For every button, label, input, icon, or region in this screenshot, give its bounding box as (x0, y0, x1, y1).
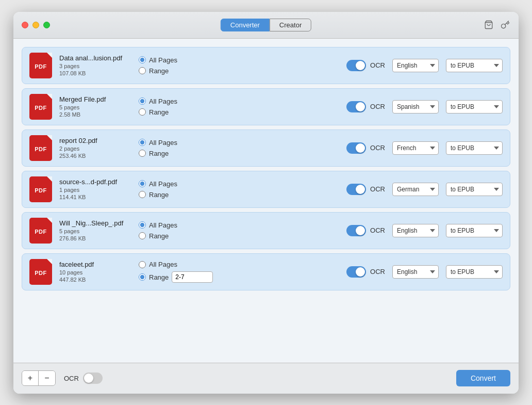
file-info: Merged File.pdf 5 pages 2.58 MB (59, 95, 131, 118)
language-select[interactable]: EnglishSpanishFrenchGermanItalianPortugu… (392, 183, 439, 196)
file-pages: 10 pages (59, 269, 131, 276)
all-pages-label[interactable]: All Pages (139, 56, 201, 64)
all-pages-label[interactable]: All Pages (139, 261, 213, 268)
ocr-toggle[interactable] (346, 101, 366, 112)
language-select[interactable]: EnglishSpanishFrenchGermanItalianPortugu… (392, 141, 439, 155)
format-select[interactable]: to EPUBto MOBIto DOCXto HTMLto TXT (446, 183, 503, 196)
global-ocr-section: OCR (64, 372, 103, 384)
all-pages-text: All Pages (149, 56, 177, 64)
range-radio[interactable] (139, 273, 146, 281)
file-info: Data anal...lusion.pdf 3 pages 107.08 KB (59, 54, 131, 76)
file-pages: 2 pages (59, 145, 131, 152)
file-pages: 5 pages (59, 228, 131, 234)
file-name: Will _Nig...Sleep_.pdf (59, 219, 131, 227)
language-select[interactable]: EnglishSpanishFrenchGermanItalianPortugu… (392, 265, 439, 279)
format-select[interactable]: to EPUBto MOBIto DOCXto HTMLto TXT (446, 59, 503, 72)
range-text: Range (149, 108, 169, 116)
range-text: Range (149, 67, 169, 75)
page-options: All Pages Range (139, 221, 201, 240)
all-pages-radio[interactable] (139, 139, 146, 146)
convert-button[interactable]: Convert (456, 370, 510, 386)
range-label[interactable]: Range (139, 191, 201, 199)
remove-file-button[interactable]: − (39, 371, 55, 385)
ocr-toggle[interactable] (346, 142, 366, 154)
all-pages-radio[interactable] (139, 180, 146, 187)
key-icon[interactable] (500, 20, 510, 30)
range-label[interactable]: Range (139, 150, 201, 157)
ocr-toggle[interactable] (346, 184, 366, 195)
traffic-lights (22, 22, 50, 28)
converter-tab[interactable]: Converter (221, 19, 270, 31)
range-text: Range (149, 232, 169, 240)
ocr-toggle[interactable] (346, 266, 366, 278)
global-ocr-toggle[interactable] (83, 372, 103, 384)
range-label[interactable]: Range (139, 271, 213, 283)
minimize-button[interactable] (32, 22, 39, 28)
file-name: Data anal...lusion.pdf (59, 54, 131, 62)
range-radio[interactable] (139, 191, 146, 198)
all-pages-radio[interactable] (139, 98, 146, 105)
range-label[interactable]: Range (139, 67, 201, 75)
file-name: faceleet.pdf (59, 261, 131, 268)
range-radio[interactable] (139, 67, 146, 74)
file-row: PDF Will _Nig...Sleep_.pdf 5 pages 276.8… (22, 212, 510, 249)
language-select[interactable]: EnglishSpanishFrenchGermanItalianPortugu… (392, 59, 439, 72)
file-size: 447.82 KB (59, 277, 131, 283)
file-name: source-s...d-pdf.pdf (59, 178, 131, 186)
range-label[interactable]: Range (139, 108, 201, 116)
file-row: PDF Data anal...lusion.pdf 3 pages 107.0… (22, 47, 510, 84)
bottom-bar: + − OCR Convert (13, 363, 519, 394)
pdf-icon: PDF (29, 218, 52, 244)
pdf-icon-label: PDF (35, 105, 47, 111)
language-select[interactable]: EnglishSpanishFrenchGermanItalianPortugu… (392, 224, 439, 237)
format-select[interactable]: to EPUBto MOBIto DOCXto HTMLto TXT (446, 265, 503, 279)
all-pages-label[interactable]: All Pages (139, 98, 201, 105)
page-options: All Pages Range (139, 261, 213, 283)
range-radio[interactable] (139, 150, 146, 157)
titlebar: Converter Creator (13, 12, 519, 39)
file-name: Merged File.pdf (59, 95, 131, 103)
ocr-label: OCR (370, 268, 385, 276)
all-pages-text: All Pages (149, 139, 177, 147)
all-pages-radio[interactable] (139, 221, 146, 229)
range-radio[interactable] (139, 232, 146, 239)
maximize-button[interactable] (43, 22, 50, 28)
range-radio[interactable] (139, 108, 146, 116)
language-select[interactable]: EnglishSpanishFrenchGermanItalianPortugu… (392, 100, 439, 114)
file-pages: 3 pages (59, 63, 131, 69)
all-pages-label[interactable]: All Pages (139, 180, 201, 188)
close-button[interactable] (22, 22, 28, 28)
format-select[interactable]: to EPUBto MOBIto DOCXto HTMLto TXT (446, 141, 503, 155)
ocr-section: OCR (346, 101, 385, 112)
file-row: PDF Merged File.pdf 5 pages 2.58 MB All … (22, 88, 510, 125)
page-options: All Pages Range (139, 180, 201, 199)
pdf-icon-label: PDF (35, 229, 47, 235)
range-text: Range (149, 191, 169, 199)
file-row: PDF source-s...d-pdf.pdf 1 pages 114.41 … (22, 171, 510, 208)
range-text: Range (149, 150, 169, 157)
range-input[interactable] (172, 271, 213, 283)
file-pages: 5 pages (59, 104, 131, 110)
file-size: 253.46 KB (59, 153, 131, 159)
pdf-icon: PDF (29, 176, 52, 202)
ocr-toggle[interactable] (346, 225, 366, 236)
all-pages-label[interactable]: All Pages (139, 139, 201, 147)
page-options: All Pages Range (139, 98, 201, 116)
format-select[interactable]: to EPUBto MOBIto DOCXto HTMLto TXT (446, 224, 503, 237)
all-pages-radio[interactable] (139, 56, 146, 63)
file-row: PDF faceleet.pdf 10 pages 447.82 KB All … (22, 253, 510, 290)
page-options: All Pages Range (139, 56, 201, 75)
all-pages-radio[interactable] (139, 261, 146, 268)
all-pages-label[interactable]: All Pages (139, 221, 201, 229)
add-file-button[interactable]: + (22, 371, 39, 385)
pdf-icon-label: PDF (35, 270, 47, 276)
ocr-section: OCR (346, 142, 385, 154)
range-label[interactable]: Range (139, 232, 201, 240)
creator-tab[interactable]: Creator (270, 19, 311, 31)
cart-icon[interactable] (484, 20, 494, 30)
format-select[interactable]: to EPUBto MOBIto DOCXto HTMLto TXT (446, 100, 503, 114)
all-pages-text: All Pages (149, 261, 177, 268)
ocr-toggle[interactable] (346, 60, 366, 71)
all-pages-text: All Pages (149, 98, 177, 105)
pdf-icon: PDF (29, 94, 52, 120)
